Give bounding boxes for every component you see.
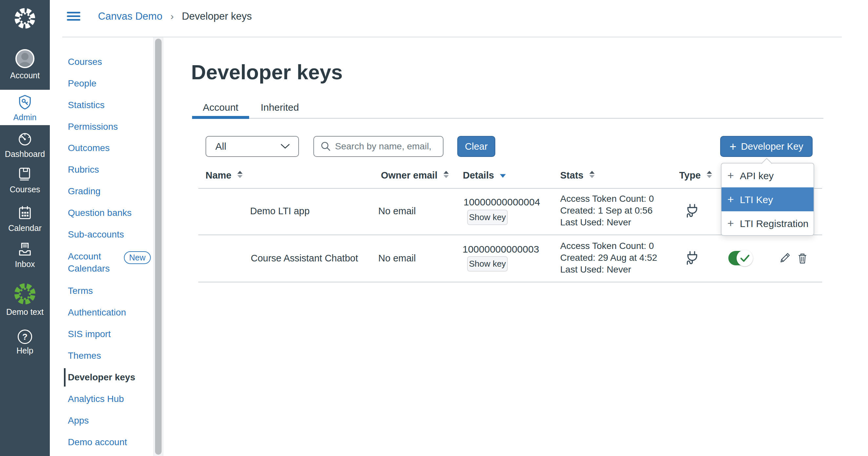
plus-icon: + [721, 163, 740, 187]
subnav-item-rubrics[interactable]: Rubrics [68, 164, 99, 175]
rail-item-inbox[interactable]: Inbox [0, 240, 50, 269]
stat-last-used: Last Used: Never [560, 217, 654, 228]
subnav-item-sub-accounts[interactable]: Sub-accounts [68, 229, 124, 240]
sort-icon [237, 171, 243, 178]
rail-label: Admin [0, 113, 50, 122]
breadcrumb: Canvas Demo › Developer keys [98, 10, 252, 22]
tab-account[interactable]: Account [192, 102, 249, 113]
sort-icon [589, 171, 595, 178]
key-name: Course Assistant Chatbot [251, 253, 358, 264]
trash-icon [796, 252, 809, 265]
tab-inherited[interactable]: Inherited [249, 102, 310, 113]
subnav-item-statistics[interactable]: Statistics [68, 100, 104, 110]
menu-item-lti-key[interactable]: +LTI Key [721, 187, 814, 211]
stat-created: Created: 29 Aug at 4:52 [560, 252, 657, 264]
stat-last-used: Last Used: Never [560, 264, 657, 275]
subnav-item-question-banks[interactable]: Question banks [68, 208, 132, 218]
breadcrumb-separator: › [170, 11, 174, 22]
tabs-baseline [192, 118, 824, 119]
calendar-icon [17, 204, 33, 222]
subnav-item-grading[interactable]: Grading [68, 186, 101, 197]
subnav-item-account-calendars[interactable]: Account Calendars [68, 250, 125, 274]
courses-book-icon [17, 166, 33, 183]
hamburger-menu-icon[interactable] [67, 12, 80, 21]
key-id: 10000000000004 [464, 197, 540, 208]
header-divider [62, 37, 842, 37]
subnav-scrollbar-thumb[interactable] [155, 39, 162, 455]
global-nav-rail: Account Admin Dashboard [0, 0, 50, 456]
rail-item-courses[interactable]: Courses [0, 166, 50, 194]
stat-token-count: Access Token Count: 0 [560, 193, 654, 205]
stat-created: Created: 1 Sep at 0:56 [560, 205, 654, 217]
show-key-button[interactable]: Show key [467, 256, 508, 271]
show-key-button[interactable]: Show key [467, 210, 508, 225]
rail-label: Courses [0, 185, 50, 194]
sort-icon [443, 171, 449, 178]
subnav-item-demo-account[interactable]: Demo account [68, 437, 127, 448]
key-type-filter-select[interactable]: All [206, 136, 299, 157]
rail-item-dashboard[interactable]: Dashboard [0, 130, 50, 159]
rail-item-calendar[interactable]: Calendar [0, 204, 50, 233]
subnav-item-apps[interactable]: Apps [68, 415, 89, 426]
rail-item-help[interactable]: ? Help [0, 330, 50, 355]
key-name: Demo LTI app [250, 206, 310, 217]
new-badge: New [124, 251, 151, 264]
column-header-type[interactable]: Type [679, 170, 712, 181]
column-header-stats[interactable]: Stats [560, 170, 595, 181]
subnav-item-sis-import[interactable]: SIS import [68, 329, 111, 339]
menu-item-lti-registration[interactable]: +LTI Registration [721, 211, 814, 235]
subnav-item-terms[interactable]: Terms [68, 286, 93, 296]
search-box [313, 136, 443, 157]
chevron-down-icon [281, 144, 290, 149]
key-stats: Access Token Count: 0 Created: 29 Aug at… [560, 240, 657, 275]
stat-token-count: Access Token Count: 0 [560, 240, 657, 252]
subnav-item-outcomes[interactable]: Outcomes [68, 143, 110, 153]
add-key-dropdown-menu: +API key +LTI Key +LTI Registration [721, 163, 814, 236]
key-id: 10000000000003 [463, 244, 539, 255]
subnav-item-themes[interactable]: Themes [68, 351, 101, 361]
column-label: Owner email [381, 170, 437, 181]
canvas-developer-keys-page: Account Admin Dashboard [0, 0, 868, 456]
column-label: Type [679, 170, 701, 181]
plus-icon: + [721, 211, 740, 235]
key-stats: Access Token Count: 0 Created: 1 Sep at … [560, 193, 654, 228]
subnav-item-permissions[interactable]: Permissions [68, 122, 118, 132]
breadcrumb-root-link[interactable]: Canvas Demo [98, 10, 162, 22]
plus-icon: + [730, 140, 736, 153]
account-avatar-icon [15, 48, 35, 69]
rail-label: Help [0, 346, 50, 355]
pencil-icon [778, 252, 791, 265]
toggle-knob [737, 250, 753, 266]
rail-item-admin[interactable]: Admin [0, 90, 50, 125]
owner-email: No email [378, 206, 416, 217]
delete-key-button[interactable] [796, 252, 809, 266]
help-icon: ? [18, 330, 32, 344]
menu-item-label: LTI Registration [740, 218, 809, 229]
active-item-indicator [64, 368, 66, 387]
page-title: Developer keys [191, 60, 343, 84]
menu-item-label: LTI Key [740, 194, 773, 205]
edit-key-button[interactable] [778, 252, 791, 266]
rail-label: Dashboard [0, 150, 50, 159]
column-header-owner-email[interactable]: Owner email [381, 170, 449, 181]
canvas-logo[interactable] [0, 7, 50, 30]
rail-item-demo-text[interactable]: Demo text [0, 282, 50, 317]
rail-item-account[interactable]: Account [0, 48, 50, 80]
column-label: Details [463, 170, 494, 181]
clear-button[interactable]: Clear [457, 136, 495, 157]
subnav-item-people[interactable]: People [68, 78, 96, 89]
column-header-details[interactable]: Details [463, 170, 506, 181]
rail-label: Inbox [0, 259, 50, 269]
subnav-item-analytics-hub[interactable]: Analytics Hub [68, 394, 124, 404]
search-input[interactable] [335, 137, 441, 156]
subnav-item-authentication[interactable]: Authentication [68, 307, 126, 318]
column-header-name[interactable]: Name [206, 170, 243, 181]
key-state-toggle[interactable] [728, 251, 752, 265]
lti-plug-icon [683, 249, 702, 269]
subnav-item-courses[interactable]: Courses [68, 57, 102, 67]
subnav-item-developer-keys[interactable]: Developer keys [68, 372, 135, 383]
dashboard-gauge-icon [17, 130, 33, 148]
check-icon [737, 250, 753, 266]
add-developer-key-button[interactable]: +Developer Key [720, 136, 813, 157]
lti-plug-icon [683, 202, 702, 222]
